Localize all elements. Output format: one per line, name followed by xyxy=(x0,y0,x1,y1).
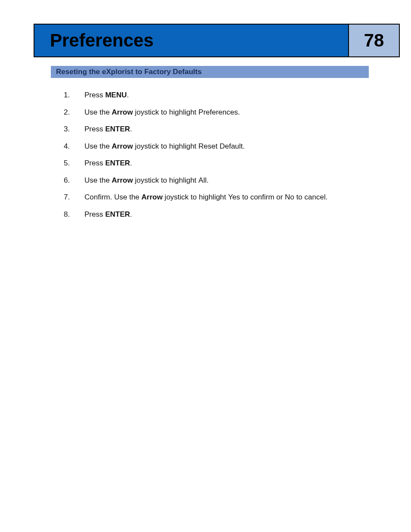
step-text-fragment: Press xyxy=(84,91,105,99)
section-heading-bar: Reseting the eXplorist to Factory Defaul… xyxy=(51,66,369,78)
step-number: 6. xyxy=(64,175,84,186)
step-text-fragment: Arrow xyxy=(112,108,133,116)
step-text-fragment: Reset Default xyxy=(199,142,243,150)
steps-list: 1.Press MENU.2.Use the Arrow joystick to… xyxy=(64,90,374,226)
step-text-fragment: to cancel. xyxy=(294,193,328,201)
page-number-box: 78 xyxy=(349,24,400,57)
step-text-fragment: ENTER xyxy=(105,159,130,167)
step-row: 4.Use the Arrow joystick to highlight Re… xyxy=(64,141,374,152)
step-text-fragment: ENTER xyxy=(105,210,130,218)
step-text-fragment: Confirm. Use the xyxy=(84,193,141,201)
step-text-fragment: MENU xyxy=(105,91,127,99)
step-row: 6.Use the Arrow joystick to highlight Al… xyxy=(64,175,374,186)
step-body: Press ENTER. xyxy=(84,124,374,135)
step-text-fragment: joystick to highlight xyxy=(133,142,198,150)
step-text-fragment: Press xyxy=(84,125,105,133)
step-number: 5. xyxy=(64,158,84,169)
step-text-fragment: Use the xyxy=(84,176,112,184)
page-number: 78 xyxy=(364,30,384,51)
step-text-fragment: joystick to highlight xyxy=(162,193,228,201)
page-header: Preferences 78 xyxy=(34,24,400,57)
step-number: 3. xyxy=(64,124,84,135)
step-body: Use the Arrow joystick to highlight Rese… xyxy=(84,141,374,152)
step-row: 2.Use the Arrow joystick to highlight Pr… xyxy=(64,107,374,118)
step-text-fragment: . xyxy=(130,210,132,218)
step-text-fragment: . xyxy=(243,142,245,150)
page-title: Preferences xyxy=(50,30,154,51)
step-text-fragment: ENTER xyxy=(105,125,130,133)
step-row: 7.Confirm. Use the Arrow joystick to hig… xyxy=(64,192,374,203)
step-text-fragment: Press xyxy=(84,210,105,218)
step-number: 7. xyxy=(64,192,84,203)
step-body: Press ENTER. xyxy=(84,209,374,220)
step-number: 8. xyxy=(64,209,84,220)
section-title: Reseting the eXplorist to Factory Defaul… xyxy=(56,68,202,76)
step-text-fragment: . xyxy=(130,159,132,167)
step-number: 2. xyxy=(64,107,84,118)
step-text-fragment: Arrow xyxy=(112,142,133,150)
step-text-fragment: Yes xyxy=(228,193,240,201)
step-text-fragment: . xyxy=(130,125,132,133)
step-text-fragment: Arrow xyxy=(141,193,162,201)
step-row: 1.Press MENU. xyxy=(64,90,374,101)
step-text-fragment: Use the xyxy=(84,142,112,150)
step-body: Use the Arrow joystick to highlight Pref… xyxy=(84,107,374,118)
step-text-fragment: joystick to highlight xyxy=(133,108,198,116)
step-text-fragment: . xyxy=(238,108,240,116)
step-text-fragment: . xyxy=(206,176,209,184)
step-row: 8.Press ENTER. xyxy=(64,209,374,220)
step-body: Press MENU. xyxy=(84,90,374,101)
step-row: 5.Press ENTER. xyxy=(64,158,374,169)
step-text-fragment: Press xyxy=(84,159,105,167)
step-text-fragment: Arrow xyxy=(112,176,133,184)
step-text-fragment: to confirm or xyxy=(240,193,285,201)
step-text-fragment: Use the xyxy=(84,108,112,116)
step-text-fragment: Preferences xyxy=(199,108,238,116)
step-row: 3.Press ENTER. xyxy=(64,124,374,135)
step-body: Use the Arrow joystick to highlight All. xyxy=(84,175,374,186)
step-text-fragment: No xyxy=(285,193,294,201)
step-text-fragment: . xyxy=(127,91,129,99)
step-text-fragment: joystick to highlight xyxy=(133,176,198,184)
step-number: 4. xyxy=(64,141,84,152)
step-body: Press ENTER. xyxy=(84,158,374,169)
step-text-fragment: All xyxy=(199,176,207,184)
step-body: Confirm. Use the Arrow joystick to highl… xyxy=(84,192,374,203)
step-number: 1. xyxy=(64,90,84,101)
page-header-main: Preferences xyxy=(34,24,349,57)
